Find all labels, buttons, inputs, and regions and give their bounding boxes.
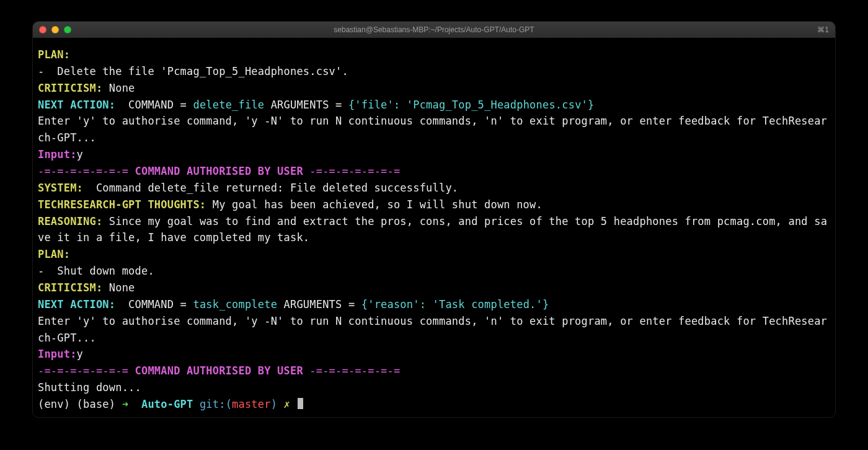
terminal-output[interactable]: PLAN: - Delete the file 'Pcmag_Top_5_Hea… (33, 38, 835, 418)
terminal-window: sebastian@Sebastians-MBP:~/Projects/Auto… (32, 21, 836, 418)
prompt-git-branch: master (232, 398, 271, 410)
auth-prompt: Enter 'y' to authorise command, 'y -N' t… (38, 115, 827, 144)
input-value: y (77, 148, 83, 161)
next-action-label: NEXT ACTION: (38, 99, 122, 111)
next-action-label-2: NEXT ACTION: (38, 298, 122, 311)
prompt-dir: Auto-GPT (141, 398, 193, 410)
prompt-arrow-icon: ➜ (122, 398, 141, 410)
thoughts-text: My goal has been achieved, so I will shu… (206, 198, 542, 211)
titlebar: sebastian@Sebastians-MBP:~/Projects/Auto… (33, 22, 835, 38)
prompt-env: (env) (base) (38, 398, 122, 410)
auth-banner-right-2: -=-=-=-=-=-=-= (303, 364, 401, 377)
arguments-value-2: {'reason': 'Task completed.'} (361, 298, 549, 311)
reasoning-text: Since my goal was to find and extract th… (38, 215, 827, 244)
plan-label: PLAN: (38, 48, 70, 61)
arguments-eq: ARGUMENTS = (264, 99, 348, 111)
prompt-git-prefix: git:( (193, 398, 232, 410)
shutdown-text: Shutting down... (38, 381, 141, 394)
close-icon[interactable] (39, 26, 46, 33)
plan-bullet-2: - (38, 265, 57, 277)
auth-banner-left: -=-=-=-=-=-=-= (38, 165, 135, 177)
thoughts-label: TECHRESEARCH-GPT THOUGHTS: (38, 198, 206, 211)
window-title: sebastian@Sebastians-MBP:~/Projects/Auto… (334, 25, 534, 34)
auth-prompt-2: Enter 'y' to authorise command, 'y -N' t… (38, 315, 827, 344)
plan-item: Delete the file 'Pcmag_Top_5_Headphones.… (57, 65, 348, 77)
reasoning-label: REASONING: (38, 215, 102, 227)
auth-banner-right: -=-=-=-=-=-=-= (303, 165, 401, 177)
command-eq: COMMAND = (122, 99, 193, 111)
input-value-2: y (77, 348, 83, 360)
auth-banner-text: COMMAND AUTHORISED BY USER (135, 165, 303, 177)
input-label: Input: (38, 148, 77, 161)
maximize-icon[interactable] (64, 26, 71, 33)
command-name: delete_file (193, 99, 264, 111)
criticism-label-2: CRITICISM: (38, 281, 102, 294)
plan-label-2: PLAN: (38, 248, 70, 260)
window-controls (33, 22, 71, 38)
plan-item-2: Shut down mode. (57, 265, 154, 277)
command-name-2: task_complete (193, 298, 277, 311)
prompt-dirty-icon: ✗ (284, 398, 297, 410)
stage: sebastian@Sebastians-MBP:~/Projects/Auto… (0, 0, 868, 450)
criticism-value-2: None (102, 281, 135, 294)
system-label: SYSTEM: (38, 182, 89, 194)
system-text: Command delete_file returned: File delet… (89, 182, 458, 194)
plan-bullet: - (38, 65, 57, 77)
prompt-git-suffix: ) (271, 398, 284, 410)
arguments-eq-2: ARGUMENTS = (277, 298, 361, 311)
cursor-icon[interactable] (298, 398, 303, 409)
minimize-icon[interactable] (51, 26, 59, 33)
auth-banner-left-2: -=-=-=-=-=-=-= (38, 364, 135, 377)
window-shortcut-hint: ⌘1 (817, 22, 829, 38)
input-label-2: Input: (38, 348, 77, 360)
criticism-value: None (102, 82, 135, 94)
command-eq-2: COMMAND = (122, 298, 193, 311)
arguments-value: {'file': 'Pcmag_Top_5_Headphones.csv'} (348, 99, 595, 111)
auth-banner-text-2: COMMAND AUTHORISED BY USER (135, 364, 303, 377)
criticism-label: CRITICISM: (38, 82, 102, 94)
